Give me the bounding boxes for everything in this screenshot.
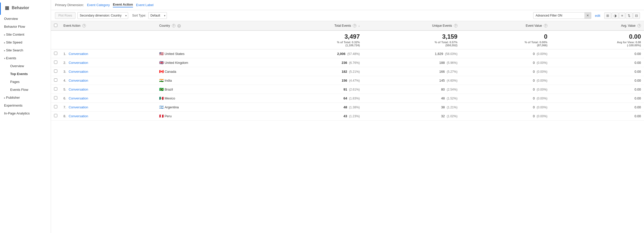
row-checkbox-cell[interactable] xyxy=(51,103,60,112)
row-num: 4. xyxy=(63,79,66,82)
event-value-help-icon[interactable]: ? xyxy=(544,24,547,27)
secondary-dim-select[interactable]: Secondary dimension: Country xyxy=(77,12,128,19)
row-checkbox[interactable] xyxy=(54,52,57,55)
primary-dim-event-label[interactable]: Event Label xyxy=(136,3,154,7)
row-action-link[interactable]: Conversation xyxy=(69,114,88,118)
row-checkbox-cell[interactable] xyxy=(51,67,60,76)
row-checkbox[interactable] xyxy=(54,78,57,82)
table-row: 6. Conversation 🇲🇽 Mexico 64 (1.83%) 48 … xyxy=(51,94,644,103)
primary-dim-label: Primary Dimension: xyxy=(55,3,84,7)
filter-input[interactable] xyxy=(533,12,584,19)
select-all-checkbox[interactable] xyxy=(54,24,57,27)
sidebar-item-experiments[interactable]: Experiments xyxy=(0,101,51,109)
row-country: 🇲🇽 Mexico xyxy=(156,94,265,103)
avg-value-help-icon[interactable]: ? xyxy=(637,24,641,27)
row-action-link[interactable]: Conversation xyxy=(69,79,88,82)
row-checkbox-cell[interactable] xyxy=(51,94,60,103)
row-ev-pct: (0.00%) xyxy=(537,106,547,109)
row-checkbox[interactable] xyxy=(54,61,57,64)
grid-view-button[interactable]: ⊟ xyxy=(633,12,640,19)
sidebar-item-events-flow[interactable]: Events Flow xyxy=(0,86,51,94)
row-num-action: 2. Conversation xyxy=(60,58,156,67)
row-checkbox[interactable] xyxy=(54,87,57,91)
row-checkbox[interactable] xyxy=(54,69,57,73)
row-country: 🇵🇪 Peru xyxy=(156,112,265,121)
row-checkbox[interactable] xyxy=(54,96,57,99)
edit-link[interactable]: edit xyxy=(595,14,600,18)
row-event-value: 0 (0.00%) xyxy=(461,49,551,58)
row-avg-value: 0.00 xyxy=(551,76,644,85)
row-num-action: 3. Conversation xyxy=(60,67,156,76)
row-action-link[interactable]: Conversation xyxy=(69,96,88,100)
row-num-action: 4. Conversation xyxy=(60,76,156,85)
row-num: 8. xyxy=(63,114,66,118)
country-remove-icon[interactable]: ✕ xyxy=(177,24,181,28)
row-te-pct: (1.23%) xyxy=(349,114,360,118)
row-ev-pct: (0.00%) xyxy=(537,114,547,118)
list-view-button[interactable]: ≡ xyxy=(619,12,625,19)
sidebar-item-publisher[interactable]: Publisher xyxy=(0,94,51,101)
sidebar-item-site-content[interactable]: Site Content xyxy=(0,31,51,38)
sidebar-item-site-search[interactable]: Site Search xyxy=(0,46,51,54)
header-total-events[interactable]: Total Events ? ↓ xyxy=(265,21,363,31)
sidebar-item-events[interactable]: Events xyxy=(0,54,51,62)
sidebar-item-inpage[interactable]: In-Page Analytics xyxy=(0,109,51,117)
header-country[interactable]: Country ? ✕ xyxy=(156,21,265,31)
sidebar-item-overview[interactable]: Overview xyxy=(0,15,51,23)
row-num: 5. xyxy=(63,88,66,91)
row-num-action: 7. Conversation xyxy=(60,103,156,112)
header-avg-value[interactable]: Avg. Value ? xyxy=(551,21,644,31)
row-checkbox-cell[interactable] xyxy=(51,58,60,67)
total-events-help-icon[interactable]: ? xyxy=(353,24,356,27)
sidebar-item-site-speed[interactable]: Site Speed xyxy=(0,38,51,46)
row-avg-value: 0.00 xyxy=(551,58,644,67)
plot-rows-button[interactable]: Plot Rows xyxy=(55,12,75,19)
row-avg-value: 0.00 xyxy=(551,112,644,121)
row-checkbox-cell[interactable] xyxy=(51,112,60,121)
row-country-name: Mexico xyxy=(165,96,175,100)
primary-dim-event-action[interactable]: Event Action xyxy=(113,3,133,7)
secondary-dim-select-wrapper[interactable]: Secondary dimension: Country ▾ xyxy=(77,12,128,19)
row-action-link[interactable]: Conversation xyxy=(69,61,88,65)
row-checkbox[interactable] xyxy=(54,114,57,117)
row-checkbox-cell[interactable] xyxy=(51,85,60,94)
row-total-events: 236 (6.76%) xyxy=(265,58,363,67)
table-row: 2. Conversation 🇬🇧 United Kingdom 236 (6… xyxy=(51,58,644,67)
sidebar-item-pages[interactable]: Pages xyxy=(0,78,51,86)
row-total-events: 91 (2.61%) xyxy=(265,85,363,94)
row-country-name: Canada xyxy=(165,70,176,74)
pie-view-button[interactable]: ◑ xyxy=(612,12,619,19)
row-action-link[interactable]: Conversation xyxy=(69,70,88,74)
totals-check xyxy=(51,31,60,49)
row-flag: 🇬🇧 xyxy=(159,61,164,65)
row-event-value: 0 (0.00%) xyxy=(461,112,551,121)
sidebar-item-behavior-flow[interactable]: Behavior Flow xyxy=(0,23,51,31)
header-unique-events[interactable]: Unique Events ? xyxy=(363,21,460,31)
row-checkbox[interactable] xyxy=(54,105,57,108)
sidebar-item-events-overview[interactable]: Overview xyxy=(0,62,51,70)
header-event-action[interactable]: Event Action ? xyxy=(60,21,156,31)
row-country-name: United Kingdom xyxy=(165,61,188,65)
totals-event-value: 0 % of Total: 0.00% (87,066) xyxy=(461,31,551,49)
row-checkbox-cell[interactable] xyxy=(51,76,60,85)
header-event-value[interactable]: Event Value ? xyxy=(461,21,551,31)
row-action-link[interactable]: Conversation xyxy=(69,88,88,91)
event-action-help-icon[interactable]: ? xyxy=(82,24,86,27)
table-view-button[interactable]: ⊞ xyxy=(604,12,611,19)
sort-type-select-wrapper[interactable]: Default ▾ xyxy=(148,12,167,19)
filter-clear-button[interactable]: ✕ xyxy=(584,12,591,19)
row-action-link[interactable]: Conversation xyxy=(69,52,88,56)
sort-type-select[interactable]: Default xyxy=(148,12,167,19)
row-ue-pct: (2.54%) xyxy=(447,88,458,91)
row-flag: 🇦🇷 xyxy=(159,105,164,109)
row-checkbox-cell[interactable] xyxy=(51,49,60,58)
filter-view-button[interactable]: ⇅ xyxy=(626,12,633,19)
totals-total-events: 3,497 % of Total: 0.32% (1,109,724) xyxy=(265,31,363,49)
row-country: 🇬🇧 United Kingdom xyxy=(156,58,265,67)
primary-dim-event-category[interactable]: Event Category xyxy=(87,3,110,7)
sidebar-item-top-events[interactable]: Top Events xyxy=(0,70,51,78)
unique-events-help-icon[interactable]: ? xyxy=(454,24,458,27)
row-num-action: 5. Conversation xyxy=(60,85,156,94)
row-action-link[interactable]: Conversation xyxy=(69,105,88,109)
country-help-icon[interactable]: ? xyxy=(172,24,176,27)
